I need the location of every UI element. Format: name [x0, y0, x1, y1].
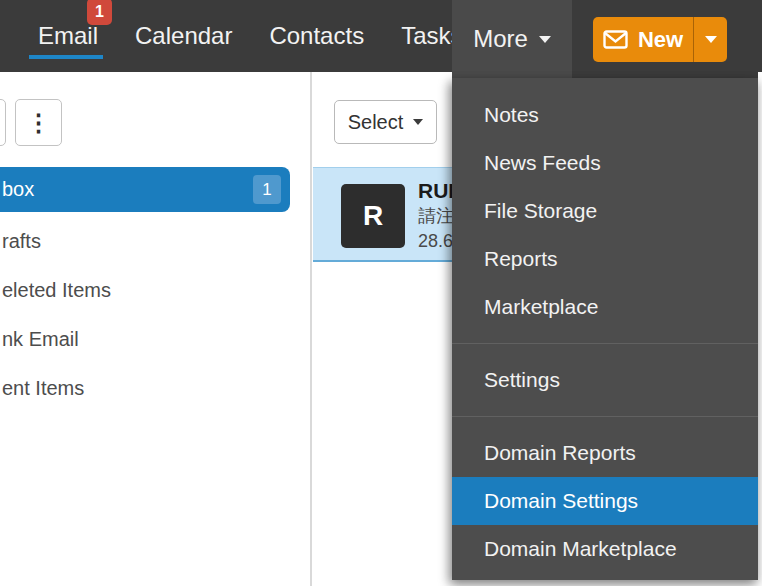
menu-item-notes[interactable]: Notes	[452, 91, 758, 139]
menu-item-settings[interactable]: Settings	[452, 356, 758, 404]
message-list-item[interactable]: R RUN 請注意 28.6 K	[313, 167, 473, 262]
chevron-down-icon	[539, 36, 551, 43]
new-button-dropdown-toggle[interactable]	[694, 17, 727, 62]
menu-item-domain-settings[interactable]: Domain Settings	[452, 477, 758, 525]
new-button-main[interactable]: New	[593, 17, 694, 62]
menu-item-domain-reports[interactable]: Domain Reports	[452, 429, 758, 477]
nav-tab-contacts-label: Contacts	[269, 22, 364, 49]
menu-divider	[452, 343, 758, 344]
folder-item-junk-email-label: nk Email	[0, 328, 79, 351]
chevron-down-icon	[705, 36, 717, 43]
folder-item-junk-email[interactable]: nk Email	[0, 315, 290, 364]
folder-item-drafts-label: rafts	[0, 230, 41, 253]
folder-item-inbox-label: box	[0, 178, 34, 201]
select-dropdown-button[interactable]: Select	[334, 100, 437, 144]
webmail-app-window: Email 1 Calendar Contacts Tasks More New	[0, 0, 762, 586]
menu-item-file-storage[interactable]: File Storage	[452, 187, 758, 235]
new-button-label: New	[638, 27, 683, 53]
nav-tab-more[interactable]: More	[452, 0, 572, 78]
pane-divider	[310, 72, 312, 586]
folder-item-sent-items[interactable]: ent Items	[0, 364, 290, 413]
chevron-down-icon	[413, 119, 423, 125]
nav-tab-calendar[interactable]: Calendar	[135, 22, 232, 50]
menu-item-news-feeds[interactable]: News Feeds	[452, 139, 758, 187]
email-unread-badge: 1	[87, 0, 112, 25]
nav-tab-more-label: More	[473, 25, 528, 53]
menu-divider	[452, 416, 758, 417]
folder-item-deleted-items[interactable]: eleted Items	[0, 266, 290, 315]
new-split-button[interactable]: New	[593, 17, 727, 62]
inbox-unread-count-badge: 1	[253, 175, 281, 204]
kebab-menu-icon: ⋮	[27, 109, 51, 137]
menu-item-domain-marketplace[interactable]: Domain Marketplace	[452, 525, 758, 573]
nav-tab-email[interactable]: Email 1	[38, 22, 98, 50]
folder-item-drafts[interactable]: rafts	[0, 217, 290, 266]
folder-item-sent-items-label: ent Items	[0, 377, 84, 400]
nav-tab-email-label: Email	[38, 22, 98, 49]
nav-tab-contacts[interactable]: Contacts	[269, 22, 364, 50]
nav-tab-calendar-label: Calendar	[135, 22, 232, 49]
menu-item-reports[interactable]: Reports	[452, 235, 758, 283]
active-tab-indicator	[29, 55, 103, 59]
sender-avatar: R	[341, 184, 405, 248]
folder-toolbar-button-partial[interactable]	[0, 99, 6, 146]
select-dropdown-label: Select	[348, 111, 404, 134]
folder-actions-menu-button[interactable]: ⋮	[15, 99, 62, 146]
more-dropdown-menu: Notes News Feeds File Storage Reports Ma…	[452, 78, 758, 580]
envelope-icon	[603, 30, 628, 49]
menu-item-marketplace[interactable]: Marketplace	[452, 283, 758, 331]
folder-item-inbox[interactable]: box 1	[0, 167, 290, 212]
folder-item-deleted-items-label: eleted Items	[0, 279, 111, 302]
